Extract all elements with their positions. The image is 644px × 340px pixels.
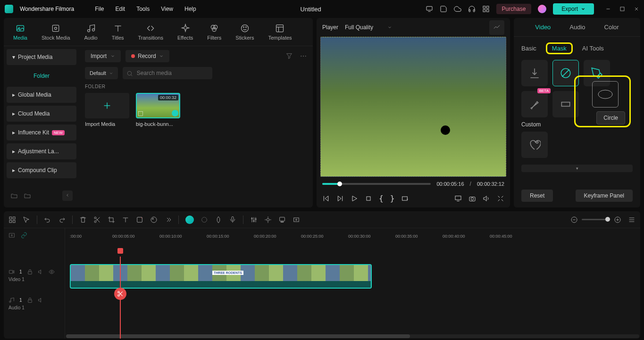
mask-custom-heart[interactable] bbox=[521, 132, 548, 158]
tab-transitions[interactable]: Transitions bbox=[138, 24, 163, 41]
menu-view[interactable]: View bbox=[161, 6, 173, 12]
tab-effects[interactable]: Effects bbox=[177, 24, 193, 41]
next-frame-icon[interactable] bbox=[336, 195, 344, 202]
record-dropdown[interactable]: Record bbox=[125, 50, 169, 62]
collapse-sidebar-icon[interactable] bbox=[62, 191, 73, 201]
display-icon[interactable] bbox=[454, 195, 462, 202]
redo-icon[interactable] bbox=[58, 216, 66, 224]
ratio-icon[interactable] bbox=[401, 195, 409, 202]
delete-icon[interactable] bbox=[79, 216, 87, 224]
mixer-icon[interactable] bbox=[250, 216, 258, 224]
bug-icon[interactable] bbox=[264, 216, 272, 224]
inspector-tab-color[interactable]: Color bbox=[604, 24, 619, 31]
playhead[interactable] bbox=[120, 257, 121, 339]
circle-tool-icon[interactable] bbox=[201, 216, 208, 224]
camera-icon[interactable] bbox=[468, 195, 476, 202]
undo-icon[interactable] bbox=[44, 216, 51, 224]
mask-circle[interactable] bbox=[592, 81, 619, 108]
tab-stickers[interactable]: Stickers bbox=[235, 24, 254, 41]
more-tools-icon[interactable] bbox=[164, 216, 172, 224]
select-icon[interactable] bbox=[23, 216, 30, 224]
sidebar-global-media[interactable]: ▸Global Media bbox=[7, 87, 76, 103]
quality-dropdown[interactable]: Full Quality bbox=[345, 24, 392, 31]
lock-icon[interactable] bbox=[27, 297, 33, 303]
zoom-out-icon[interactable] bbox=[570, 216, 578, 224]
visibility-icon[interactable] bbox=[49, 269, 55, 275]
preview-viewport[interactable] bbox=[320, 37, 506, 177]
sidebar-folder[interactable]: Folder bbox=[7, 68, 76, 84]
crop-icon[interactable] bbox=[108, 216, 115, 224]
close-icon[interactable] bbox=[634, 6, 639, 12]
prev-frame-icon[interactable] bbox=[322, 195, 330, 202]
folder-icon[interactable] bbox=[24, 192, 31, 199]
expand-bar[interactable]: ▾ bbox=[521, 165, 633, 172]
import-media-tile[interactable]: Import Media bbox=[85, 93, 129, 127]
timeline-scrollbar[interactable] bbox=[66, 334, 639, 338]
lock-icon[interactable] bbox=[27, 269, 33, 275]
video-track-header[interactable]: 1 Video 1 bbox=[4, 261, 65, 290]
speed-icon[interactable] bbox=[136, 216, 143, 224]
marker-icon[interactable] bbox=[215, 216, 222, 224]
tab-media[interactable]: Media bbox=[13, 24, 27, 41]
mask-none[interactable] bbox=[552, 60, 579, 86]
timeline-tracks[interactable]: THREE RODENTS bbox=[65, 242, 640, 339]
reset-button[interactable]: Reset bbox=[521, 190, 553, 202]
maximize-icon[interactable] bbox=[619, 6, 625, 12]
folder-add-icon[interactable] bbox=[10, 192, 18, 199]
apps-icon[interactable] bbox=[482, 5, 490, 13]
progress-slider[interactable] bbox=[322, 183, 431, 185]
sidebar-cloud-media[interactable]: ▸Cloud Media bbox=[7, 106, 76, 122]
volume-icon[interactable] bbox=[483, 195, 490, 202]
grid-icon[interactable] bbox=[8, 216, 16, 224]
timeline-ruler[interactable]: :00:00 00:00:05:00 00:00:10:00 00:00:15:… bbox=[65, 228, 640, 242]
tab-templates[interactable]: Templates bbox=[268, 24, 292, 41]
zoom-in-icon[interactable] bbox=[614, 216, 621, 224]
subtab-ai-tools[interactable]: AI Tools bbox=[582, 45, 604, 52]
minimize-icon[interactable] bbox=[605, 6, 611, 12]
video-clip[interactable]: THREE RODENTS bbox=[70, 264, 372, 289]
fullscreen-icon[interactable] bbox=[497, 195, 504, 202]
mask-rectangle[interactable] bbox=[552, 91, 579, 117]
more-icon[interactable] bbox=[300, 52, 307, 60]
export-button[interactable]: Export bbox=[553, 3, 594, 15]
stop-icon[interactable] bbox=[365, 195, 372, 202]
menu-edit[interactable]: Edit bbox=[116, 6, 125, 12]
sidebar-influence-kit[interactable]: ▸Influence KitNEW bbox=[7, 124, 76, 141]
keyframe-panel-button[interactable]: Keyframe Panel bbox=[576, 190, 633, 202]
headphones-icon[interactable] bbox=[468, 5, 476, 13]
mute-icon[interactable] bbox=[38, 269, 44, 275]
mask-import[interactable] bbox=[521, 60, 548, 86]
purchase-button[interactable]: Purchase bbox=[496, 4, 532, 14]
sidebar-adjustment-layer[interactable]: ▸Adjustment La... bbox=[7, 143, 76, 159]
device-icon[interactable] bbox=[278, 216, 286, 224]
user-avatar[interactable] bbox=[538, 5, 546, 13]
menu-help[interactable]: Help bbox=[184, 6, 196, 12]
audio-track-header[interactable]: 1 Audio 1 bbox=[4, 290, 65, 318]
track-view-icon[interactable] bbox=[628, 216, 636, 224]
subtab-mask[interactable]: Mask bbox=[552, 45, 567, 52]
subtab-basic[interactable]: Basic bbox=[521, 45, 536, 52]
tab-titles[interactable]: Titles bbox=[112, 24, 124, 41]
sort-dropdown[interactable]: Default bbox=[85, 67, 118, 79]
media-clip-tile[interactable]: 00:00:32 big-buck-bunn... bbox=[136, 93, 180, 127]
mute-icon[interactable] bbox=[38, 297, 44, 303]
save-icon[interactable] bbox=[440, 5, 447, 13]
tab-audio[interactable]: Audio bbox=[84, 24, 98, 41]
mark-in-icon[interactable]: { bbox=[379, 194, 384, 203]
cloud-icon[interactable] bbox=[454, 5, 461, 13]
mask-brush[interactable]: BETA bbox=[521, 91, 548, 117]
tab-stock-media[interactable]: Stock Media bbox=[42, 24, 70, 41]
split-icon[interactable] bbox=[93, 216, 101, 224]
menu-tools[interactable]: Tools bbox=[136, 6, 150, 12]
search-input[interactable] bbox=[123, 67, 212, 79]
tab-filters[interactable]: Filters bbox=[207, 24, 221, 41]
frame-icon[interactable] bbox=[293, 216, 300, 224]
mark-out-icon[interactable]: } bbox=[390, 194, 395, 203]
inspector-tab-video[interactable]: Video bbox=[535, 24, 551, 31]
filter-icon[interactable] bbox=[285, 52, 293, 60]
import-dropdown[interactable]: Import bbox=[85, 50, 121, 62]
sidebar-project-media[interactable]: ▾Project Media bbox=[7, 49, 76, 65]
sidebar-compound-clip[interactable]: ▸Compound Clip bbox=[7, 162, 76, 178]
zoom-slider[interactable] bbox=[582, 219, 610, 220]
link-icon[interactable] bbox=[21, 232, 27, 239]
